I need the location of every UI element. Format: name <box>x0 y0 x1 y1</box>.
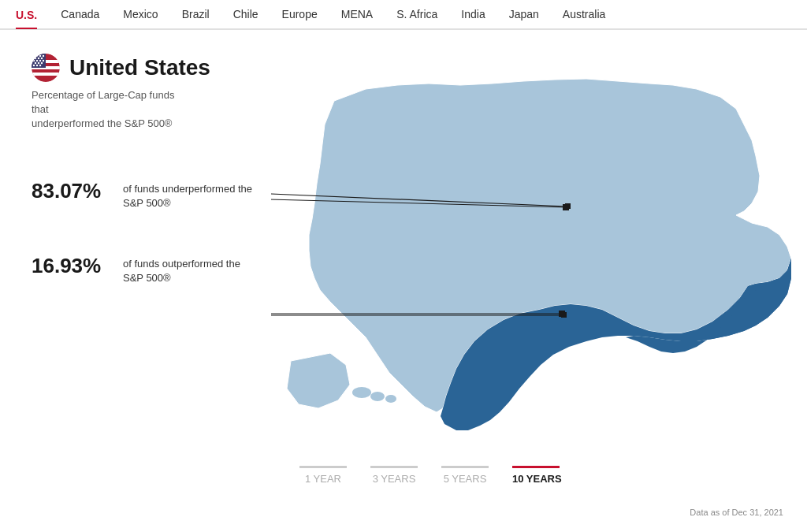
svg-point-12 <box>41 58 43 59</box>
svg-point-22 <box>39 65 41 66</box>
svg-point-7 <box>36 55 38 57</box>
svg-rect-26 <box>559 311 565 317</box>
time-1year[interactable]: 1 YEAR <box>299 466 347 489</box>
country-header: United States <box>32 54 299 82</box>
main-content: United States Percentage of Large-Cap fu… <box>0 30 807 529</box>
svg-point-21 <box>36 65 38 66</box>
outperformed-percentage: 16.93% <box>32 254 110 278</box>
outperformed-description: of funds outperformed the S&P 500® <box>123 254 240 285</box>
nav-item-chile[interactable]: Chile <box>233 6 258 22</box>
nav-item-us[interactable]: U.S. <box>16 7 37 29</box>
usa-map-svg <box>271 54 807 448</box>
svg-point-27 <box>352 387 371 398</box>
svg-point-17 <box>35 62 36 64</box>
chart-subtitle: Percentage of Large-Cap funds that under… <box>32 88 189 132</box>
nav-item-mena[interactable]: MENA <box>341 6 373 22</box>
svg-rect-3 <box>32 73 60 76</box>
svg-point-29 <box>385 395 396 403</box>
nav-item-india[interactable]: India <box>461 6 485 22</box>
usa-map-area <box>271 54 807 479</box>
svg-point-19 <box>41 62 43 64</box>
svg-point-15 <box>39 60 41 61</box>
us-flag-icon <box>32 54 60 82</box>
left-panel: United States Percentage of Large-Cap fu… <box>32 54 299 513</box>
time-5years[interactable]: 5 YEARS <box>441 466 489 489</box>
svg-point-18 <box>38 62 39 64</box>
svg-point-11 <box>38 58 39 59</box>
nav-item-europe[interactable]: Europe <box>282 6 318 22</box>
svg-point-13 <box>33 60 35 61</box>
top-navigation: U.S. Canada Mexico Brazil Chile Europe M… <box>0 0 807 30</box>
svg-point-14 <box>36 60 38 61</box>
time-3years[interactable]: 3 YEARS <box>370 466 418 489</box>
underperformed-description: of funds underperformed the S&P 500® <box>123 179 252 210</box>
svg-point-10 <box>35 58 36 59</box>
svg-point-9 <box>43 55 44 57</box>
underperformed-percentage: 83.07% <box>32 179 110 203</box>
outperformed-stat: 16.93% of funds outperformed the S&P 500… <box>32 254 299 285</box>
svg-point-16 <box>43 60 44 61</box>
svg-rect-24 <box>563 204 569 210</box>
nav-item-brazil[interactable]: Brazil <box>182 6 210 22</box>
nav-item-australia[interactable]: Australia <box>563 6 605 22</box>
nav-item-safrica[interactable]: S. Africa <box>396 6 437 22</box>
svg-point-20 <box>33 65 35 66</box>
time-period-selector: 1 YEAR 3 YEARS 5 YEARS 10 YEARS <box>299 466 562 489</box>
nav-item-mexico[interactable]: Mexico <box>123 6 158 22</box>
nav-item-japan[interactable]: Japan <box>509 6 539 22</box>
country-title: United States <box>69 55 210 80</box>
underperformed-stat: 83.07% of funds underperformed the S&P 5… <box>32 179 299 210</box>
svg-point-6 <box>33 55 35 57</box>
svg-point-8 <box>39 55 41 57</box>
time-10years[interactable]: 10 YEARS <box>512 466 562 489</box>
nav-item-canada[interactable]: Canada <box>61 6 99 22</box>
data-footnote: Data as of Dec 31, 2021 <box>690 508 783 517</box>
svg-point-28 <box>370 392 385 401</box>
